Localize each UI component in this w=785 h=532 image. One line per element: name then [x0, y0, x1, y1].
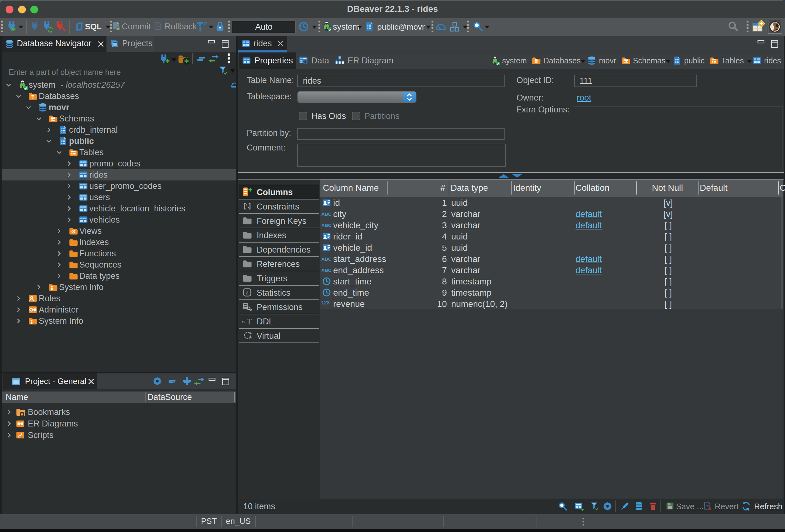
svg-text:T: T	[247, 317, 252, 326]
svg-text:‹›: ‹›	[242, 319, 245, 325]
